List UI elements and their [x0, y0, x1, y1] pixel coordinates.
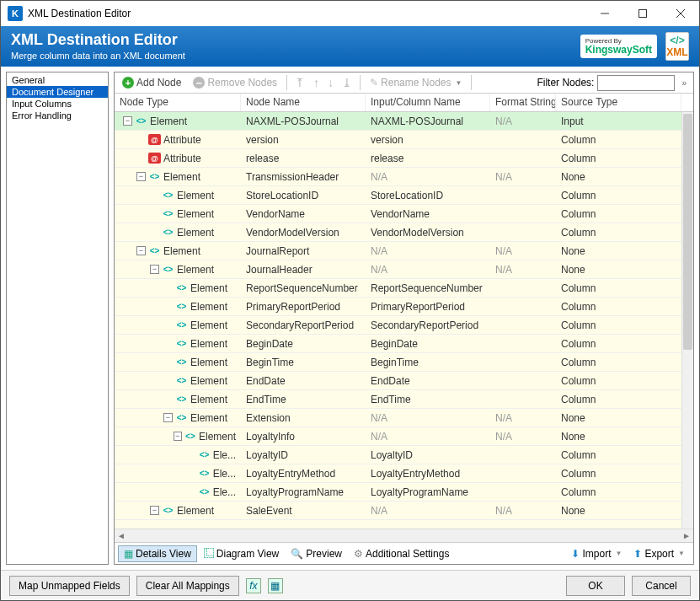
- source-type-cell[interactable]: Column: [556, 468, 681, 480]
- table-row[interactable]: −<>ElementLoyaltyInfoN/AN/ANone: [115, 427, 693, 446]
- ok-button[interactable]: OK: [566, 576, 625, 596]
- scrollbar-thumb[interactable]: [683, 114, 692, 350]
- node-name-cell[interactable]: StoreLocationID: [241, 190, 366, 201]
- format-string-cell[interactable]: N/A: [490, 431, 556, 443]
- close-button[interactable]: [661, 1, 699, 26]
- source-type-cell[interactable]: Column: [556, 190, 681, 201]
- table-row[interactable]: <>ElementVendorModelVersionVendorModelVe…: [115, 223, 693, 242]
- move-top-icon[interactable]: ⤒: [292, 76, 307, 89]
- table-row[interactable]: @AttributeversionversionColumn: [115, 131, 693, 149]
- source-type-cell[interactable]: Column: [556, 208, 681, 220]
- table-row[interactable]: <>ElementEndDateEndDateColumn: [115, 372, 693, 390]
- table-row[interactable]: <>Ele...LoyaltyIDLoyaltyIDColumn: [115, 446, 693, 464]
- tab-preview[interactable]: 🔍 Preview: [286, 546, 347, 561]
- node-name-cell[interactable]: LoyaltyInfo: [241, 431, 366, 443]
- table-row[interactable]: −<>ElementNAXML-POSJournalNAXML-POSJourn…: [115, 112, 693, 131]
- node-name-cell[interactable]: BeginDate: [241, 338, 366, 350]
- collapse-icon[interactable]: −: [163, 413, 173, 422]
- collapse-icon[interactable]: −: [136, 246, 146, 255]
- source-type-cell[interactable]: Column: [556, 282, 681, 294]
- node-name-cell[interactable]: ReportSequenceNumber: [241, 282, 366, 294]
- table-row[interactable]: <>ElementReportSequenceNumberReportSeque…: [115, 279, 693, 298]
- input-column-cell[interactable]: PrimaryReportPeriod: [366, 301, 490, 313]
- horizontal-scrollbar[interactable]: ◄ ►: [115, 529, 693, 542]
- move-bottom-icon[interactable]: ⤓: [339, 76, 355, 89]
- source-type-cell[interactable]: None: [556, 431, 681, 443]
- table-row[interactable]: <>Ele...LoyaltyProgramNameLoyaltyProgram…: [115, 483, 693, 502]
- node-name-cell[interactable]: BeginTime: [241, 357, 366, 368]
- table-row[interactable]: −<>ElementTransmissionHeaderN/AN/ANone: [115, 168, 693, 186]
- input-column-cell[interactable]: NAXML-POSJournal: [366, 115, 490, 127]
- source-type-cell[interactable]: Column: [556, 394, 681, 405]
- source-type-cell[interactable]: Column: [556, 375, 681, 387]
- format-string-cell[interactable]: N/A: [490, 505, 556, 517]
- format-string-cell[interactable]: N/A: [490, 412, 556, 424]
- source-type-cell[interactable]: None: [556, 505, 681, 517]
- import-button[interactable]: ⬇ Import ▼: [566, 546, 627, 561]
- fx-icon[interactable]: fx: [246, 578, 261, 593]
- table-row[interactable]: <>ElementEndTimeEndTimeColumn: [115, 390, 693, 409]
- tab-additional-settings[interactable]: ⚙ Additional Settings: [349, 546, 454, 561]
- source-type-cell[interactable]: Column: [556, 153, 681, 164]
- expand-toolbar-icon[interactable]: »: [678, 78, 690, 88]
- collapse-icon[interactable]: −: [123, 116, 132, 126]
- input-column-cell[interactable]: EndTime: [366, 394, 490, 405]
- input-column-cell[interactable]: SecondaryReportPeriod: [366, 319, 490, 331]
- node-name-cell[interactable]: version: [241, 134, 366, 146]
- source-type-cell[interactable]: None: [556, 171, 681, 183]
- source-type-cell[interactable]: Column: [556, 319, 681, 331]
- node-name-cell[interactable]: Extension: [241, 412, 366, 424]
- node-name-cell[interactable]: LoyaltyEntryMethod: [241, 468, 366, 480]
- format-string-cell[interactable]: N/A: [490, 115, 556, 127]
- table-icon[interactable]: ▦: [268, 578, 283, 593]
- table-row[interactable]: <>ElementVendorNameVendorNameColumn: [115, 205, 693, 223]
- input-column-cell[interactable]: EndDate: [366, 375, 490, 387]
- add-node-button[interactable]: + Add Node: [118, 75, 185, 90]
- source-type-cell[interactable]: Column: [556, 134, 681, 146]
- sidebar-item-general[interactable]: General: [7, 74, 108, 86]
- table-row[interactable]: <>Ele...LoyaltyEntryMethodLoyaltyEntryMe…: [115, 464, 693, 483]
- sidebar-item-error-handling[interactable]: Error Handling: [7, 110, 108, 121]
- input-column-cell[interactable]: N/A: [366, 412, 490, 424]
- remove-nodes-button[interactable]: − Remove Nodes: [189, 75, 281, 90]
- minimize-button[interactable]: [585, 1, 623, 26]
- sidebar-item-input-columns[interactable]: Input Columns: [7, 98, 108, 110]
- input-column-cell[interactable]: BeginDate: [366, 338, 490, 350]
- table-row[interactable]: −<>ElementJournalReportN/AN/ANone: [115, 242, 693, 260]
- node-name-cell[interactable]: SecondaryReportPeriod: [241, 319, 366, 331]
- export-button[interactable]: ⬆ Export ▼: [628, 546, 690, 561]
- input-column-cell[interactable]: BeginTime: [366, 357, 490, 368]
- table-row[interactable]: <>ElementBeginTimeBeginTimeColumn: [115, 353, 693, 372]
- source-type-cell[interactable]: Column: [556, 449, 681, 461]
- node-name-cell[interactable]: VendorName: [241, 208, 366, 220]
- map-unmapped-button[interactable]: Map Unmapped Fields: [9, 576, 130, 596]
- input-column-cell[interactable]: version: [366, 134, 490, 146]
- input-column-cell[interactable]: N/A: [366, 264, 490, 276]
- cancel-button[interactable]: Cancel: [632, 576, 691, 596]
- input-column-cell[interactable]: LoyaltyEntryMethod: [366, 468, 490, 480]
- move-up-icon[interactable]: ↑: [311, 76, 322, 89]
- format-string-cell[interactable]: N/A: [490, 245, 556, 257]
- node-name-cell[interactable]: EndTime: [241, 394, 366, 405]
- table-row[interactable]: <>ElementSecondaryReportPeriodSecondaryR…: [115, 316, 693, 335]
- move-down-icon[interactable]: ↓: [325, 76, 336, 89]
- source-type-cell[interactable]: None: [556, 264, 681, 276]
- maximize-button[interactable]: [623, 1, 661, 26]
- col-node-name[interactable]: Node Name: [241, 94, 366, 111]
- source-type-cell[interactable]: Column: [556, 338, 681, 350]
- node-name-cell[interactable]: LoyaltyID: [241, 449, 366, 461]
- col-input-name[interactable]: Input/Column Name: [366, 94, 490, 111]
- source-type-cell[interactable]: Input: [556, 115, 681, 127]
- input-column-cell[interactable]: LoyaltyID: [366, 449, 490, 461]
- node-name-cell[interactable]: TransmissionHeader: [241, 171, 366, 183]
- col-node-type[interactable]: Node Type: [115, 94, 241, 111]
- collapse-icon[interactable]: −: [136, 172, 146, 181]
- node-name-cell[interactable]: SaleEvent: [241, 505, 366, 517]
- sidebar-item-document-designer[interactable]: Document Designer: [7, 86, 108, 98]
- rename-nodes-button[interactable]: ✎ Rename Nodes ▼: [366, 75, 466, 90]
- table-row[interactable]: @AttributereleasereleaseColumn: [115, 149, 693, 168]
- scroll-left-icon[interactable]: ◄: [115, 531, 128, 540]
- collapse-icon[interactable]: −: [174, 432, 182, 441]
- filter-input[interactable]: [597, 75, 675, 91]
- input-column-cell[interactable]: VendorModelVersion: [366, 227, 490, 239]
